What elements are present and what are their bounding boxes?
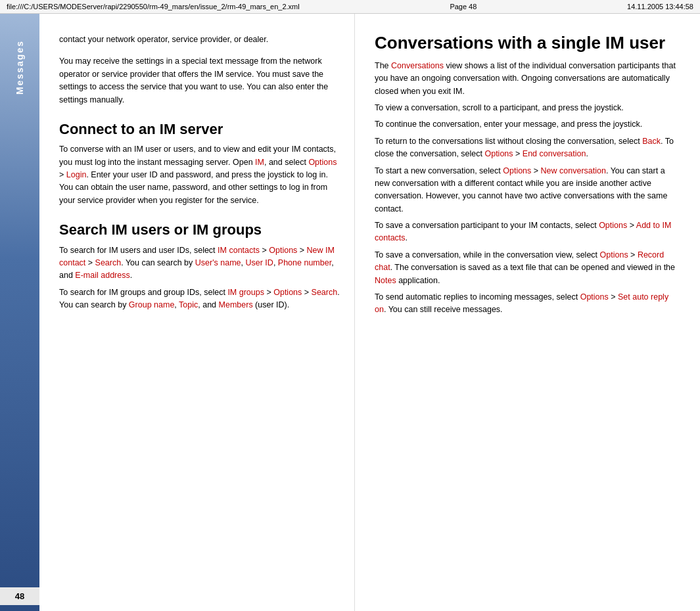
search-link-1: Search	[95, 258, 122, 267]
options-link-7: Options	[600, 250, 628, 260]
heading-connect: Connect to an IM server	[59, 121, 341, 138]
phone-link: Phone number	[278, 258, 331, 267]
topic-link: Topic	[179, 300, 198, 309]
im-groups-link: IM groups	[227, 288, 264, 297]
para-right-6: To save a conversation participant to yo…	[375, 219, 680, 245]
para-search-groups: To search for IM groups and group IDs, s…	[59, 286, 341, 312]
members-link: Members	[219, 300, 253, 309]
sidebar-label: Messages	[14, 40, 25, 95]
intro-text-content-2: You may receive the settings in a specia…	[59, 57, 328, 104]
intro-text-2: You may receive the settings in a specia…	[59, 55, 341, 106]
main-content: contact your network operator, service p…	[39, 14, 700, 611]
para-right-4: To return to the conversations list with…	[375, 135, 680, 161]
email-link: E-mail address	[75, 271, 129, 280]
options-link-8: Options	[580, 292, 609, 302]
para-right-8: To send automatic replies to incoming me…	[375, 291, 680, 317]
datetime: 14.11.2005 13:44:58	[627, 3, 693, 11]
right-column: Conversations with a single IM user The …	[355, 14, 700, 611]
conversations-link: Conversations	[391, 61, 444, 70]
para-right-2: To view a conversation, scroll to a part…	[375, 102, 680, 114]
heading-search: Search IM users or IM groups	[59, 221, 341, 238]
para-connect: To converse with an IM user or users, an…	[59, 143, 341, 207]
page-number-box: 48	[0, 587, 39, 605]
new-conversation-link: New conversation	[541, 166, 606, 175]
login-link: Login	[66, 170, 87, 179]
para-right-1: The Conversations view shows a list of t…	[375, 60, 680, 98]
username-link: User's name	[195, 258, 241, 267]
options-link-5: Options	[503, 166, 531, 175]
page-wrapper: Messages 48 contact your network operato…	[0, 14, 700, 611]
back-link: Back	[642, 137, 661, 146]
groupname-link: Group name	[129, 300, 174, 309]
content-area: contact your network operator, service p…	[39, 14, 700, 611]
page-number: Page 48	[450, 3, 477, 11]
para-right-3: To continue the conversation, enter your…	[375, 118, 680, 131]
para-search-users: To search for IM users and user IDs, sel…	[59, 244, 341, 283]
para-right-5: To start a new conversation, select Opti…	[375, 165, 680, 216]
options-link-3: Options	[273, 288, 302, 297]
para-right-7: To save a conversation, while in the con…	[375, 249, 680, 287]
im-link: IM	[255, 158, 264, 167]
userid-link: User ID	[246, 258, 273, 267]
search-link-2: Search	[312, 288, 338, 297]
intro-text-content-1: contact your network operator, service p…	[59, 35, 268, 44]
sidebar: Messages 48	[0, 14, 39, 611]
filepath: file:///C:/USERS/MODEServer/rapi/2290550…	[7, 3, 300, 11]
intro-text-1: contact your network operator, service p…	[59, 34, 341, 46]
heading-conversations: Conversations with a single IM user	[375, 34, 680, 53]
notes-link: Notes	[375, 276, 396, 285]
im-contacts-link: IM contacts	[218, 246, 260, 255]
options-link-1: Options	[308, 158, 337, 167]
options-link-6: Options	[599, 221, 627, 230]
end-conversation-link: End conversation	[523, 149, 586, 158]
top-bar: file:///C:/USERS/MODEServer/rapi/2290550…	[0, 0, 700, 14]
options-link-2: Options	[269, 246, 297, 255]
options-link-4: Options	[484, 149, 513, 158]
left-column: contact your network operator, service p…	[39, 14, 355, 611]
